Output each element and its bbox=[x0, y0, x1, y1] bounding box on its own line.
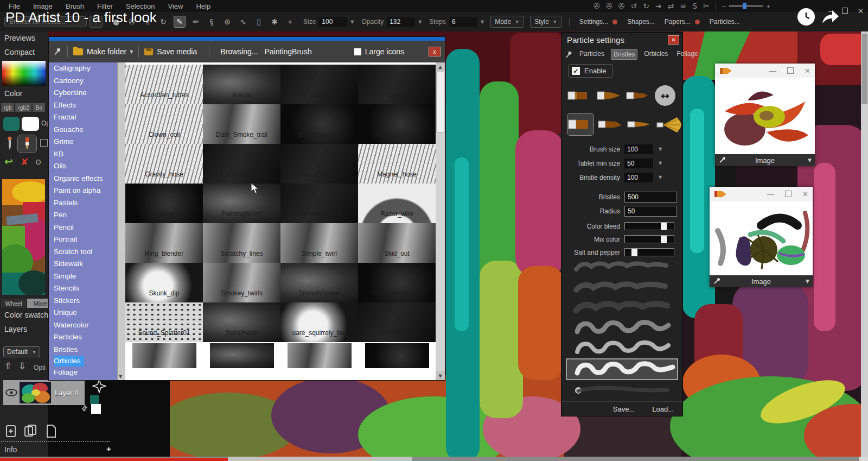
steps-value[interactable]: 6 bbox=[449, 17, 477, 27]
stroke-preview[interactable] bbox=[566, 278, 678, 298]
category-item[interactable]: Calligraphy bbox=[49, 62, 117, 75]
panel-close-button[interactable]: ✕ bbox=[668, 35, 679, 45]
media-thumbnail[interactable] bbox=[358, 342, 436, 369]
shapes-button[interactable]: Shapes... bbox=[627, 18, 655, 26]
zoom-slider-thumb[interactable] bbox=[743, 3, 746, 9]
media-thumbnail[interactable]: Camo bbox=[280, 65, 358, 104]
lines-icon[interactable]: ≡ bbox=[680, 2, 686, 10]
layer-preset-dropdown[interactable]: Default▼ bbox=[3, 346, 40, 357]
category-item[interactable]: KB bbox=[49, 148, 117, 161]
color-bleed-slider[interactable] bbox=[624, 222, 674, 230]
layers-label[interactable]: Layers bbox=[4, 325, 27, 333]
media-thumbnail[interactable]: Orbiting bbox=[125, 184, 203, 223]
particle-tab[interactable]: Particles bbox=[577, 49, 607, 60]
color-mode-tab[interactable]: rgb bbox=[1, 103, 14, 112]
radius-input[interactable]: 50 bbox=[624, 206, 677, 217]
make-folder-button[interactable]: Make folder bbox=[87, 47, 126, 56]
category-item[interactable]: Watercolor bbox=[49, 319, 117, 332]
cancel-icon[interactable]: ✘ bbox=[21, 156, 28, 167]
pencil-tool-icon[interactable]: ✏ bbox=[190, 16, 201, 27]
undo-stroke-icon[interactable]: ↩ bbox=[4, 155, 13, 167]
brush-tool-button[interactable] bbox=[17, 135, 37, 153]
enable-checkbox[interactable]: ✓ bbox=[572, 67, 580, 75]
video-progress-bar[interactable] bbox=[0, 458, 228, 461]
canvas-vertical-scrollbar[interactable] bbox=[861, 31, 868, 457]
layer-row[interactable]: Layer 0 bbox=[3, 380, 85, 405]
media-thumbnail[interactable]: Magnet_hose bbox=[358, 144, 436, 184]
brush-preset-button-selected[interactable] bbox=[567, 113, 594, 136]
media-thumbnail[interactable] bbox=[203, 342, 280, 369]
dropdown-arrow-icon[interactable]: ▼ bbox=[659, 175, 662, 180]
foreground-color-chip[interactable] bbox=[90, 395, 99, 404]
media-thumbnail[interactable]: RainbowSmear bbox=[280, 184, 358, 223]
stroke-preview[interactable] bbox=[566, 338, 678, 358]
stroke-preview-selected[interactable] bbox=[566, 358, 678, 380]
pin-icon[interactable] bbox=[565, 50, 573, 59]
media-thumbnail[interactable]: Electraparade bbox=[280, 104, 358, 144]
redo-icon[interactable]: ↻ bbox=[643, 2, 649, 10]
category-item[interactable]: Bristles bbox=[49, 344, 117, 356]
stroke-preview[interactable] bbox=[566, 298, 678, 318]
papers-button[interactable]: Papers... bbox=[665, 18, 691, 26]
category-scrollbar[interactable]: ▼ bbox=[117, 62, 125, 380]
large-icons-label[interactable]: Large icons bbox=[365, 47, 404, 56]
crosshair-tool-icon[interactable]: ⌖ bbox=[285, 16, 296, 27]
particles-button[interactable]: Particles... bbox=[710, 18, 740, 26]
media-thumbnail[interactable]: PaintingBrush bbox=[203, 184, 280, 223]
burst-tool-icon[interactable]: ✱ bbox=[269, 16, 280, 27]
opacity-dropdown-arrow[interactable]: ▼ bbox=[418, 20, 422, 24]
script-s-icon[interactable]: S bbox=[692, 2, 697, 10]
wheel-tab[interactable]: Wheel bbox=[1, 299, 26, 308]
load-button[interactable]: Load... bbox=[652, 405, 674, 413]
category-item[interactable]: Cartoony bbox=[49, 75, 117, 87]
brush-preset-button[interactable] bbox=[597, 113, 623, 135]
rotate-tool-icon[interactable]: ↻ bbox=[158, 16, 169, 27]
category-item[interactable]: Unique bbox=[49, 307, 117, 319]
info-expand-icon[interactable]: + bbox=[106, 444, 111, 453]
maximize-icon[interactable] bbox=[842, 8, 848, 14]
bristles-input[interactable]: 500 bbox=[624, 192, 677, 203]
maximize-icon[interactable] bbox=[785, 191, 792, 197]
media-grid-scrollbar[interactable]: ▲ ▼ bbox=[436, 62, 445, 380]
undo-icon[interactable]: ↺ bbox=[631, 2, 637, 10]
color-mode-tab[interactable]: Bo bbox=[33, 103, 44, 112]
media-thumbnail[interactable]: Smokey_twirls bbox=[203, 263, 280, 302]
image-window-titlebar[interactable]: — ✕ bbox=[710, 187, 813, 201]
category-item[interactable]: Organic effects bbox=[49, 173, 117, 185]
category-item[interactable]: Effects bbox=[49, 99, 117, 112]
layer-visibility-eye-icon[interactable] bbox=[5, 389, 17, 396]
clamp-icon[interactable]: ✇ bbox=[593, 2, 600, 10]
eyedropper-icon[interactable] bbox=[5, 136, 14, 150]
media-thumbnail[interactable]: WetPalette bbox=[358, 302, 436, 342]
media-thumbnail[interactable] bbox=[125, 342, 203, 369]
save-button[interactable]: Save... bbox=[613, 405, 635, 413]
media-thumbnail[interactable]: SmoothSmear bbox=[280, 263, 358, 302]
brush-preset-button[interactable] bbox=[596, 85, 622, 106]
opacity-value[interactable]: 132 bbox=[387, 17, 414, 27]
size-dropdown-arrow[interactable]: ▼ bbox=[350, 20, 354, 24]
category-item[interactable]: Scratch tool bbox=[49, 246, 117, 258]
dropdown-arrow-icon[interactable]: ▼ bbox=[806, 279, 809, 284]
media-thumbnail[interactable]: SpiralHarm bbox=[203, 302, 280, 342]
make-folder-dropdown-arrow[interactable]: ▼ bbox=[130, 49, 133, 54]
media-thumbnail[interactable]: JustColors bbox=[280, 144, 358, 184]
slider-thumb[interactable] bbox=[661, 223, 667, 230]
lasso-tool-icon[interactable]: ∿ bbox=[238, 16, 248, 27]
particle-tab[interactable]: Foliage bbox=[674, 49, 700, 60]
media-thumbnail[interactable]: Dark_Smoke_trail bbox=[203, 104, 280, 144]
media-thumbnail[interactable]: _a_leaf_in_the_wi bbox=[203, 144, 280, 184]
media-thumbnail[interactable]: ForceLightning bbox=[358, 104, 436, 144]
scrollbar-thumb[interactable] bbox=[436, 72, 444, 132]
image-window-titlebar[interactable]: — ✕ bbox=[715, 64, 815, 78]
color-mode-tab[interactable]: rgb2 bbox=[15, 103, 31, 112]
close-icon[interactable]: ✕ bbox=[802, 190, 808, 198]
media-thumbnail[interactable]: Simple_twirl bbox=[280, 223, 358, 263]
category-item[interactable]: Pen bbox=[49, 209, 117, 222]
media-thumbnail[interactable]: Sound_Splatter01 bbox=[125, 302, 203, 342]
browser-titlebar[interactable] bbox=[49, 37, 445, 41]
category-item[interactable]: Oils bbox=[49, 160, 117, 173]
stroke-preview[interactable] bbox=[566, 318, 678, 338]
primary-color-swatch[interactable] bbox=[3, 117, 20, 131]
brush-size-value[interactable]: 100 bbox=[624, 144, 653, 154]
brush-preset-button[interactable] bbox=[627, 113, 653, 135]
